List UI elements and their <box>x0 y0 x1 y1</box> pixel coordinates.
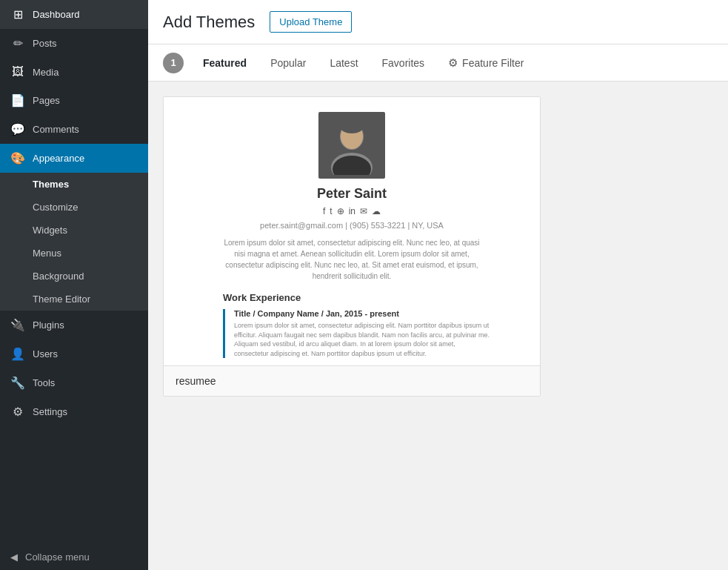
appearance-icon: 🎨 <box>10 151 25 165</box>
main-content: Add Themes Upload Theme 1 Featured Popul… <box>148 0 728 570</box>
theme-card-resumee[interactable]: Peter Saint f t ⊕ in ✉ ☁ peter.saint@gma… <box>163 96 541 397</box>
sidebar-item-label: Media <box>33 67 59 78</box>
social-linkedin: in <box>349 206 355 216</box>
tools-icon: 🔧 <box>10 376 25 390</box>
media-icon: 🖼 <box>10 65 25 79</box>
sidebar-item-themes[interactable]: Themes <box>0 173 148 196</box>
sidebar-item-media[interactable]: 🖼 Media <box>0 58 148 86</box>
resume-section-work: Work Experience <box>223 292 301 303</box>
plugins-icon: 🔌 <box>10 318 25 332</box>
resume-work-title: Title / Company Name / Jan, 2015 - prese… <box>234 309 490 318</box>
social-facebook: f <box>323 206 325 216</box>
sidebar-item-comments[interactable]: 💬 Comments <box>0 115 148 144</box>
sidebar-item-label: Posts <box>33 38 57 49</box>
sidebar-item-label: Appearance <box>33 153 84 164</box>
sidebar-item-theme-editor[interactable]: Theme Editor <box>0 288 148 311</box>
sidebar: ⊞ Dashboard ✏ Posts 🖼 Media 📄 Pages 💬 Co… <box>0 0 148 570</box>
appearance-submenu: Themes Customize Widgets Menus Backgroun… <box>0 173 148 311</box>
collapse-icon: ◀ <box>10 551 18 563</box>
theme-name: resumee <box>164 365 540 396</box>
page-title: Add Themes <box>163 13 255 32</box>
tab-favorites[interactable]: Favorites <box>372 51 435 75</box>
tab-bar: 1 Featured Popular Latest Favorites ⚙ Fe… <box>148 44 728 82</box>
social-pinterest: ⊕ <box>337 206 344 216</box>
pages-icon: 📄 <box>10 93 25 107</box>
sidebar-item-users[interactable]: 👤 Users <box>0 339 148 368</box>
posts-icon: ✏ <box>10 36 25 50</box>
social-twitter: t <box>330 206 332 216</box>
sidebar-item-label: Plugins <box>33 319 64 331</box>
resume-social: f t ⊕ in ✉ ☁ <box>323 206 381 216</box>
sidebar-item-tools[interactable]: 🔧 Tools <box>0 368 148 397</box>
sidebar-item-plugins[interactable]: 🔌 Plugins <box>0 311 148 339</box>
resume-work-item: Title / Company Name / Jan, 2015 - prese… <box>223 309 490 358</box>
tab-feature-filter[interactable]: ⚙ Feature Filter <box>438 50 534 76</box>
content-area: Peter Saint f t ⊕ in ✉ ☁ peter.saint@gma… <box>148 82 728 570</box>
social-email: ✉ <box>360 206 367 216</box>
theme-preview: Peter Saint f t ⊕ in ✉ ☁ peter.saint@gma… <box>164 97 540 365</box>
sidebar-item-label: Dashboard <box>33 9 80 20</box>
svg-point-5 <box>341 122 363 133</box>
sidebar-item-customize[interactable]: Customize <box>0 196 148 219</box>
tab-latest[interactable]: Latest <box>319 51 368 75</box>
collapse-label: Collapse menu <box>25 551 90 563</box>
feature-filter-label: Feature Filter <box>462 57 524 69</box>
resume-name: Peter Saint <box>317 186 387 202</box>
topbar: Add Themes Upload Theme <box>148 0 728 44</box>
sidebar-item-label: Settings <box>33 406 67 417</box>
social-cloud: ☁ <box>372 206 381 216</box>
dashboard-icon: ⊞ <box>10 7 25 21</box>
sidebar-item-label: Users <box>33 348 58 359</box>
users-icon: 👤 <box>10 347 25 361</box>
resume-work-desc: Lorem ipsum dolor sit amet, consectetur … <box>234 321 490 358</box>
sidebar-item-settings[interactable]: ⚙ Settings <box>0 397 148 426</box>
resume-bio: Lorem ipsum dolor sit amet, consectetur … <box>218 237 485 282</box>
sidebar-item-posts[interactable]: ✏ Posts <box>0 29 148 58</box>
collapse-menu-button[interactable]: ◀ Collapse menu <box>0 544 148 570</box>
sidebar-item-label: Pages <box>33 95 60 106</box>
sidebar-item-background[interactable]: Background <box>0 265 148 288</box>
sidebar-item-dashboard[interactable]: ⊞ Dashboard <box>0 0 148 29</box>
upload-theme-button[interactable]: Upload Theme <box>270 11 352 33</box>
tab-count: 1 <box>163 53 184 73</box>
avatar <box>318 112 385 179</box>
sidebar-item-widgets[interactable]: Widgets <box>0 219 148 242</box>
sidebar-item-label: Comments <box>33 124 79 135</box>
sidebar-item-label: Tools <box>33 377 55 388</box>
resume-contact: peter.saint@gmail.com | (905) 553-3221 |… <box>260 221 444 230</box>
comments-icon: 💬 <box>10 122 25 136</box>
tab-popular[interactable]: Popular <box>260 51 316 75</box>
gear-icon: ⚙ <box>448 56 458 70</box>
settings-icon: ⚙ <box>10 405 25 419</box>
sidebar-item-menus[interactable]: Menus <box>0 242 148 265</box>
sidebar-item-appearance[interactable]: 🎨 Appearance <box>0 144 148 173</box>
tab-featured[interactable]: Featured <box>193 51 257 75</box>
sidebar-item-pages[interactable]: 📄 Pages <box>0 86 148 115</box>
